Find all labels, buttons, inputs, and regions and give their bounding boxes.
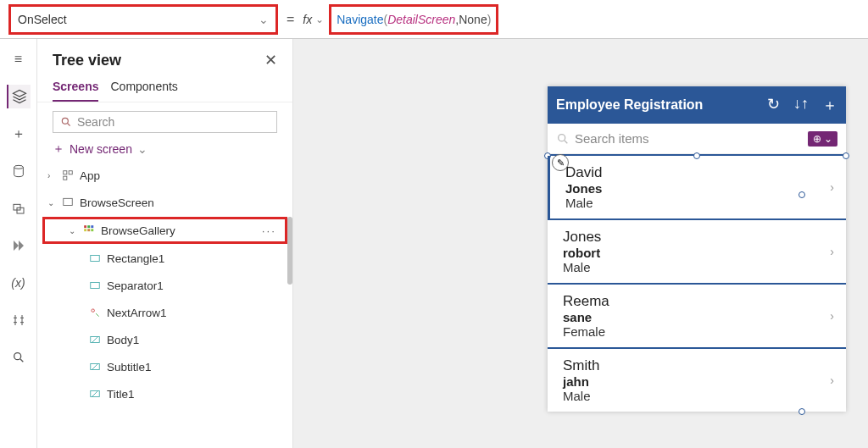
- tree-view-icon[interactable]: [7, 85, 31, 108]
- edit-icon[interactable]: ✎: [552, 154, 569, 171]
- more-icon[interactable]: ···: [262, 224, 276, 237]
- chevron-right-icon[interactable]: ›: [830, 245, 834, 258]
- variables-icon[interactable]: (x): [7, 271, 31, 295]
- fx-label[interactable]: fx ⌄: [303, 13, 324, 26]
- power-automate-icon[interactable]: [7, 234, 31, 257]
- caret-icon: ›: [47, 171, 56, 180]
- svg-point-0: [14, 165, 23, 169]
- tree-node-app[interactable]: › App: [37, 162, 292, 189]
- canvas[interactable]: Employee Registration ↻ ↓↑ ＋ Search item…: [293, 39, 868, 448]
- app-search-row: Search items ⊕ ⌄: [548, 124, 846, 154]
- copilot-badge[interactable]: ⊕ ⌄: [808, 131, 837, 147]
- search-icon[interactable]: [7, 346, 31, 369]
- svg-rect-9: [84, 225, 86, 228]
- tree: › App ⌄ BrowseScreen ⌄ BrowseGallery ···: [37, 162, 292, 448]
- svg-point-17: [92, 309, 95, 312]
- tree-view-panel: Tree view ✕ Screens Components Search ＋ …: [37, 39, 293, 448]
- top-bar: OnSelect ⌄ = fx ⌄ Navigate(DetailScreen,…: [0, 0, 868, 39]
- property-dropdown[interactable]: OnSelect ⌄: [8, 4, 278, 35]
- tree-node-nextarrow1[interactable]: NextArrow1: [37, 299, 292, 326]
- tree-node-subtitle1[interactable]: Subtitle1: [37, 353, 292, 380]
- add-icon[interactable]: ＋: [822, 95, 837, 115]
- search-placeholder: Search: [77, 115, 114, 129]
- app-header: Employee Registration ↻ ↓↑ ＋: [548, 86, 846, 124]
- tree-node-browsescreen[interactable]: ⌄ BrowseScreen: [37, 189, 292, 216]
- close-icon[interactable]: ✕: [264, 51, 277, 69]
- sort-icon[interactable]: ↓↑: [793, 95, 809, 115]
- caret-icon: ⌄: [69, 226, 77, 235]
- svg-point-4: [62, 118, 68, 124]
- gallery-icon: [82, 224, 96, 237]
- search-icon: [60, 116, 72, 128]
- caret-icon: ⌄: [47, 198, 56, 207]
- side-rail: ≡ ＋ (x): [0, 39, 37, 448]
- formula-bar[interactable]: Navigate(DetailScreen, None): [329, 4, 498, 35]
- selection-handle[interactable]: [798, 408, 805, 415]
- app-title: Employee Registration: [556, 97, 703, 113]
- data-icon[interactable]: [7, 159, 31, 183]
- insert-icon[interactable]: ＋: [7, 122, 31, 146]
- gallery-item[interactable]: Smith jahn Male ›: [548, 349, 846, 412]
- tree-node-rectangle1[interactable]: Rectangle1: [37, 245, 292, 272]
- gallery-item[interactable]: ✎ David Jones Male ›: [548, 156, 846, 220]
- svg-rect-11: [91, 225, 93, 228]
- new-screen-button[interactable]: ＋ New screen ⌄: [37, 136, 292, 162]
- selection-handle[interactable]: [798, 191, 805, 198]
- hamburger-icon[interactable]: ≡: [7, 47, 31, 71]
- shape-icon: [88, 252, 102, 265]
- tools-icon[interactable]: [7, 308, 31, 332]
- svg-rect-10: [87, 225, 90, 228]
- svg-rect-15: [91, 256, 100, 262]
- chevron-down-icon: ⌄: [315, 14, 324, 25]
- tab-components[interactable]: Components: [110, 75, 177, 102]
- svg-rect-6: [69, 171, 72, 174]
- label-icon: [88, 333, 102, 346]
- screen-icon: [61, 196, 75, 209]
- svg-rect-14: [91, 229, 93, 231]
- tree-search[interactable]: Search: [53, 111, 277, 133]
- tree-node-browsegallery[interactable]: ⌄ BrowseGallery ···: [42, 217, 287, 244]
- panel-title: Tree view: [53, 52, 121, 69]
- label-icon: [88, 387, 102, 401]
- app-preview: Employee Registration ↻ ↓↑ ＋ Search item…: [548, 86, 846, 412]
- svg-point-3: [14, 353, 20, 360]
- svg-rect-5: [64, 171, 67, 174]
- app-icon: [61, 169, 75, 182]
- svg-rect-8: [64, 198, 73, 205]
- tree-node-body1[interactable]: Body1: [37, 326, 292, 353]
- gallery-item[interactable]: Jones robort Male ›: [548, 220, 846, 285]
- shape-icon: [88, 279, 102, 292]
- icon-icon: [88, 306, 102, 319]
- tree-node-separator1[interactable]: Separator1: [37, 272, 292, 299]
- scrollbar[interactable]: [287, 217, 292, 285]
- chevron-down-icon: ⌄: [137, 142, 147, 156]
- tree-node-title1[interactable]: Title1: [37, 380, 292, 407]
- svg-rect-16: [91, 283, 100, 289]
- gallery-item[interactable]: Reema sane Female ›: [548, 285, 846, 349]
- app-search-input[interactable]: Search items: [556, 131, 649, 146]
- chevron-right-icon[interactable]: ›: [830, 180, 834, 194]
- label-icon: [88, 360, 102, 373]
- svg-rect-13: [87, 229, 90, 231]
- search-icon: [556, 132, 570, 146]
- refresh-icon[interactable]: ↻: [767, 95, 780, 115]
- tab-screens[interactable]: Screens: [53, 75, 98, 102]
- property-value: OnSelect: [18, 13, 67, 26]
- svg-rect-7: [64, 176, 67, 180]
- chevron-right-icon[interactable]: ›: [830, 309, 834, 323]
- chevron-right-icon[interactable]: ›: [830, 373, 834, 387]
- svg-point-21: [559, 134, 565, 141]
- svg-rect-12: [84, 229, 86, 231]
- panel-tabs: Screens Components: [37, 75, 292, 102]
- equals-sign: =: [287, 12, 294, 27]
- chevron-down-icon: ⌄: [259, 13, 269, 26]
- media-icon[interactable]: [7, 196, 31, 220]
- plus-icon: ＋: [53, 141, 64, 157]
